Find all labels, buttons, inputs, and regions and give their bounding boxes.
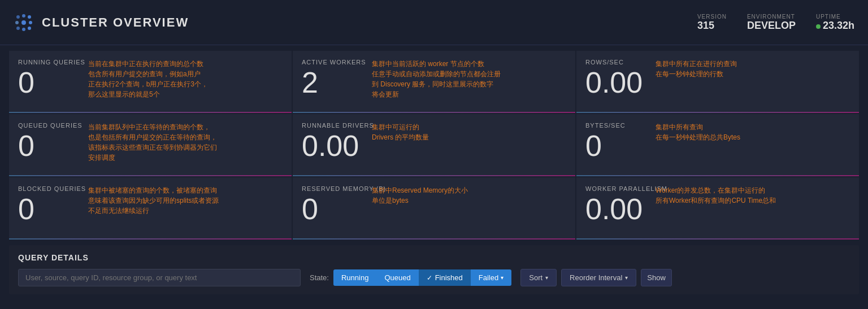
stat-bar-runnable-drivers [293, 175, 575, 176]
version-label: VERSION [697, 14, 727, 20]
stat-desc-rows-sec: 集群中所有正在进行的查询在每一秒钟处理的行数 [656, 59, 853, 79]
stat-card-worker-parallelism: WORKER PARALLELISM 0.00 Worker的并发总数，在集群中… [576, 177, 859, 240]
stat-desc-runnable-drivers: 集群中可运行的Drivers 的平均数量 [372, 122, 570, 142]
uptime-dot [816, 24, 821, 29]
uptime-meta: UPTIME 23.32h [816, 14, 854, 32]
version-meta: VERSION 315 [697, 14, 727, 32]
environment-label: ENVIRONMENT [747, 14, 795, 20]
failed-button[interactable]: Failed ▾ [471, 269, 511, 286]
stat-card-running-queries: RUNNING QUERIES 0 当前在集群中正在执行的查询的总个数包含所有用… [9, 51, 292, 113]
svg-point-2 [28, 15, 31, 19]
query-controls: State: Running Queued ✓ Finished Failed … [18, 269, 850, 286]
stat-card-active-workers: ACTIVE WORKERS 2 集群中当前活跃的 worker 节点的个数任意… [293, 51, 575, 113]
query-details-title: QUERY DETAILS [18, 253, 850, 262]
svg-point-7 [22, 28, 25, 31]
stat-desc-worker-parallelism: Worker的并发总数，在集群中运行的所有Worker和所有查询的CPU Tim… [656, 185, 853, 206]
stat-bar-active-workers [293, 112, 575, 113]
svg-point-3 [15, 21, 19, 24]
stat-desc-queued-queries: 当前集群队列中正在等待的查询的个数，也是包括所有用户提交的正在等待的查询，该指标… [88, 122, 286, 163]
reorder-interval-button[interactable]: Reorder Interval ▾ [561, 269, 636, 286]
failed-caret: ▾ [501, 275, 504, 281]
stat-desc-blocked-queries: 集群中被堵塞的查询的个数，被堵塞的查询意味着该查询因为缺少可用的splits或者… [88, 185, 286, 216]
stat-bar-running-queries [9, 112, 292, 113]
stat-bar-reserved-memory [293, 238, 575, 240]
stat-card-runnable-drivers: RUNNABLE DRIVERS 0.00 集群中可运行的Drivers 的平均… [293, 114, 575, 176]
state-label: State: [310, 273, 329, 282]
svg-point-8 [28, 27, 31, 30]
running-button[interactable]: Running [333, 269, 376, 286]
queued-button[interactable]: Queued [376, 269, 418, 286]
logo-icon [14, 12, 34, 33]
finished-checkmark: ✓ [427, 274, 432, 282]
stat-bar-worker-parallelism [576, 238, 859, 240]
stat-bar-rows-sec [576, 112, 859, 113]
environment-value: DEVELOP [747, 20, 796, 32]
stat-card-reserved-memory: RESERVED MEMORY (B) 0 集群中Reserved Memory… [293, 177, 575, 240]
stat-desc-active-workers: 集群中当前活跃的 worker 节点的个数任意手动或自动添加或删除的节点都会注册… [372, 59, 570, 99]
sort-button[interactable]: Sort ▾ [520, 269, 557, 286]
svg-point-0 [16, 15, 20, 19]
stat-desc-running-queries: 当前在集群中正在执行的查询的总个数包含所有用户提交的查询，例如a用户正在执行2个… [88, 59, 286, 99]
svg-point-1 [22, 14, 25, 18]
query-details-section: QUERY DETAILS State: Running Queued ✓ Fi… [9, 245, 859, 294]
header-meta: VERSION 315 ENVIRONMENT DEVELOP UPTIME 2… [697, 14, 854, 32]
uptime-label: UPTIME [816, 14, 841, 20]
sort-caret: ▾ [545, 275, 548, 281]
version-value: 315 [697, 20, 714, 32]
stat-card-rows-sec: ROWS/SEC 0.00 集群中所有正在进行的查询在每一秒钟处理的行数 [576, 51, 859, 113]
page-title: CLUSTER OVERVIEW [42, 15, 697, 30]
show-button[interactable]: Show [641, 269, 672, 286]
finished-button[interactable]: ✓ Finished [419, 269, 471, 286]
svg-point-4 [21, 20, 26, 25]
svg-point-6 [16, 27, 20, 30]
stat-desc-bytes-sec: 集群中所有查询在每一秒钟处理的总共Bytes [656, 122, 853, 142]
header: CLUSTER OVERVIEW VERSION 315 ENVIRONMENT… [0, 0, 868, 45]
uptime-value: 23.32h [816, 20, 854, 32]
search-input[interactable] [18, 269, 301, 286]
stat-card-bytes-sec: BYTES/SEC 0 集群中所有查询在每一秒钟处理的总共Bytes [576, 114, 859, 176]
reorder-caret: ▾ [625, 275, 628, 281]
stats-grid: RUNNING QUERIES 0 当前在集群中正在执行的查询的总个数包含所有用… [0, 45, 868, 245]
environment-meta: ENVIRONMENT DEVELOP [747, 14, 796, 32]
stat-bar-blocked-queries [9, 238, 292, 240]
stat-desc-reserved-memory: 集群中Reserved Memory的大小单位是bytes [372, 185, 570, 206]
state-button-group: Running Queued ✓ Finished Failed ▾ [333, 269, 511, 286]
stat-card-blocked-queries: BLOCKED QUERIES 0 集群中被堵塞的查询的个数，被堵塞的查询意味着… [9, 177, 292, 240]
stat-bar-queued-queries [9, 175, 292, 176]
svg-point-5 [29, 21, 32, 24]
stat-bar-bytes-sec [576, 175, 859, 176]
stat-card-queued-queries: QUEUED QUERIES 0 当前集群队列中正在等待的查询的个数，也是包括所… [9, 114, 292, 176]
